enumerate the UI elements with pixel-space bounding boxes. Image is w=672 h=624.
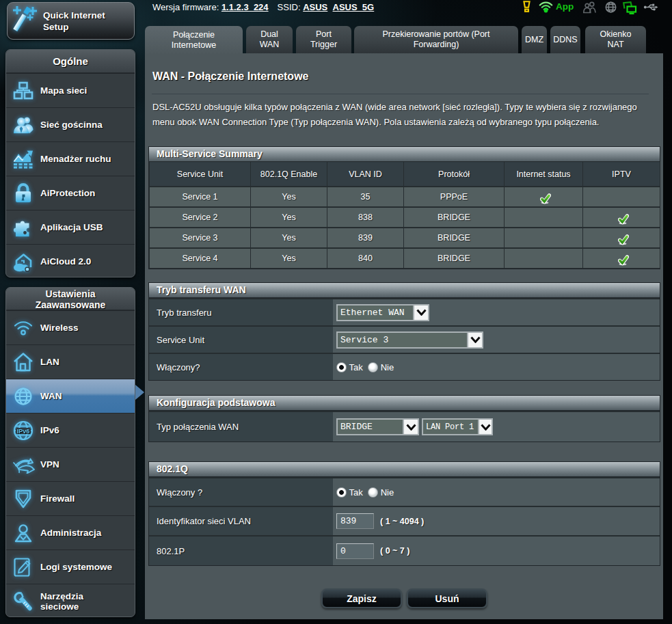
svg-text:IPv6: IPv6	[17, 427, 30, 434]
